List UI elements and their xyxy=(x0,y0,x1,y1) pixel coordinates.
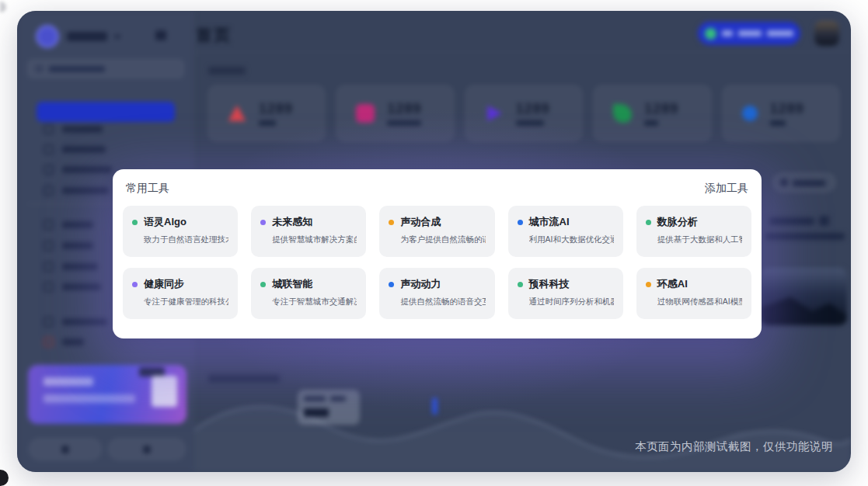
tool-description: 为客户提供自然流畅的语音... xyxy=(400,234,485,245)
stats-section-label-skeleton xyxy=(208,67,246,75)
mountain-silhouette xyxy=(760,293,847,325)
promo-subtitle-skeleton xyxy=(44,394,135,403)
tool-name: 环感AI xyxy=(657,277,688,291)
cta-text-skeleton xyxy=(722,30,733,36)
sidebar-item-active[interactable] xyxy=(37,102,175,122)
promo-card[interactable] xyxy=(28,365,186,424)
stat-card: 1289 xyxy=(208,85,325,141)
header-cta-button[interactable] xyxy=(698,22,800,45)
menu-icon xyxy=(44,317,54,327)
stat-label-skeleton xyxy=(516,120,544,126)
menu-label-skeleton xyxy=(62,338,84,345)
tooltip-value-skeleton xyxy=(304,408,329,417)
menu-label-skeleton xyxy=(62,263,98,270)
tool-description: 通过时间序列分析和机器学... xyxy=(529,297,614,307)
common-tools-modal: 常用工具 添加工具 语灵Algo 致力于自然语言处理技术的... 未来感知 提供… xyxy=(113,169,762,338)
tool-card[interactable]: 健康同步 专注于健康管理的科技公司... xyxy=(123,268,238,319)
stat-value: 1289 xyxy=(516,102,550,116)
tool-description: 提供智慧城市解决方案的创... xyxy=(272,234,357,245)
chart-tooltip xyxy=(298,390,360,425)
logout-icon xyxy=(44,337,54,347)
right-panel-button[interactable] xyxy=(773,173,835,192)
search-icon xyxy=(36,65,43,72)
stat-value: 1289 xyxy=(387,102,421,116)
menu-icon xyxy=(44,186,54,196)
stat-card: 1289 xyxy=(336,85,453,141)
tool-status-dot xyxy=(132,220,138,225)
tooltip-text-skeleton xyxy=(330,396,346,401)
tool-description: 提供基于大数据和人工智能... xyxy=(657,234,742,245)
trend-icon xyxy=(613,104,632,123)
tool-card[interactable]: 声动合成 为客户提供自然流畅的语音... xyxy=(379,206,494,257)
tool-card[interactable]: 数脉分析 提供基于大数据和人工智能... xyxy=(636,206,751,257)
stat-card: 1289 xyxy=(723,85,839,141)
right-panel-text-skeleton xyxy=(769,217,814,225)
header-divider xyxy=(194,52,851,53)
tool-card[interactable]: 未来感知 提供智慧城市解决方案的创... xyxy=(251,206,366,257)
tool-card[interactable]: 城市流AI 利用AI和大数据优化交通流... xyxy=(508,206,623,257)
sidebar-footer-button[interactable] xyxy=(109,439,185,460)
plus-icon xyxy=(780,179,788,186)
tool-card[interactable]: 预科科技 通过时间序列分析和机器学... xyxy=(508,268,623,319)
stat-value: 1289 xyxy=(644,102,678,116)
menu-label-skeleton xyxy=(62,187,109,194)
tool-name: 语灵Algo xyxy=(144,215,186,229)
footer-disclaimer: 本页面为内部测试截图，仅供功能说明 xyxy=(635,439,833,454)
stat-card: 1289 xyxy=(594,85,710,141)
tool-card[interactable]: 声动动力 提供自然流畅的语音交互解... xyxy=(379,268,494,319)
tool-card[interactable]: 语灵Algo 致力于自然语言处理技术的... xyxy=(123,206,238,257)
stat-label-skeleton xyxy=(387,120,421,126)
tool-name: 数脉分析 xyxy=(657,215,698,229)
menu-icon xyxy=(44,144,54,154)
sidebar-item-logout[interactable] xyxy=(17,337,194,348)
chevron-down-icon[interactable] xyxy=(113,35,121,40)
stat-label-skeleton xyxy=(259,120,276,126)
tool-status-dot xyxy=(518,282,523,287)
stat-value: 1289 xyxy=(259,102,293,116)
tool-card[interactable]: 城联智能 专注于智慧城市交通解决方... xyxy=(251,268,366,319)
status-dot-icon xyxy=(705,28,716,40)
line-chart xyxy=(194,384,851,472)
menu-label-skeleton xyxy=(62,242,93,249)
sidebar-item[interactable] xyxy=(17,124,194,135)
chart-marker xyxy=(432,397,437,415)
tool-status-dot xyxy=(389,282,394,287)
play-icon xyxy=(485,104,504,123)
footer-button-icon xyxy=(62,446,69,453)
menu-label-skeleton xyxy=(62,283,101,290)
menu-icon xyxy=(44,165,54,175)
sidebar-footer-button[interactable] xyxy=(30,439,101,460)
add-tool-button[interactable]: 添加工具 xyxy=(705,182,748,196)
sidebar-search-input[interactable] xyxy=(28,60,183,78)
tool-status-dot xyxy=(260,220,266,225)
menu-label-skeleton xyxy=(62,221,93,228)
sidebar-collapse-icon[interactable] xyxy=(155,30,166,40)
tool-name: 城联智能 xyxy=(272,277,312,291)
promo-title-skeleton xyxy=(44,377,93,386)
right-panel-image[interactable] xyxy=(760,268,847,325)
right-panel-icon xyxy=(819,216,829,226)
user-avatar[interactable] xyxy=(814,21,839,46)
tool-name: 城市流AI xyxy=(529,215,570,229)
tool-description: 专注于健康管理的科技公司... xyxy=(144,297,228,307)
stats-row: 1289 1289 1289 1289 1289 xyxy=(208,85,839,141)
edge-artifact xyxy=(0,470,9,486)
app-window: 首页 1289 1289 1289 1289 xyxy=(17,11,851,472)
sidebar-item[interactable] xyxy=(17,144,194,155)
right-panel-text-skeleton xyxy=(765,233,845,240)
tool-card[interactable]: 环感AI 过物联网传感器和AI模型实... xyxy=(636,268,751,319)
stat-label-skeleton xyxy=(770,120,786,126)
promo-qr-code xyxy=(152,376,177,407)
edge-artifact xyxy=(0,2,6,12)
tool-status-dot xyxy=(389,220,394,225)
stat-value: 1289 xyxy=(770,102,804,116)
stat-card: 1289 xyxy=(465,85,582,141)
menu-label-skeleton xyxy=(62,318,107,325)
cta-text-skeleton xyxy=(738,30,762,36)
menu-label-skeleton xyxy=(62,166,112,173)
page-title: 首页 xyxy=(196,24,232,46)
tool-description: 利用AI和大数据优化交通流... xyxy=(529,234,614,245)
tool-name: 声动动力 xyxy=(400,277,441,291)
cta-text-skeleton xyxy=(767,30,793,36)
tool-grid: 语灵Algo 致力于自然语言处理技术的... 未来感知 提供智慧城市解决方案的创… xyxy=(113,206,762,319)
